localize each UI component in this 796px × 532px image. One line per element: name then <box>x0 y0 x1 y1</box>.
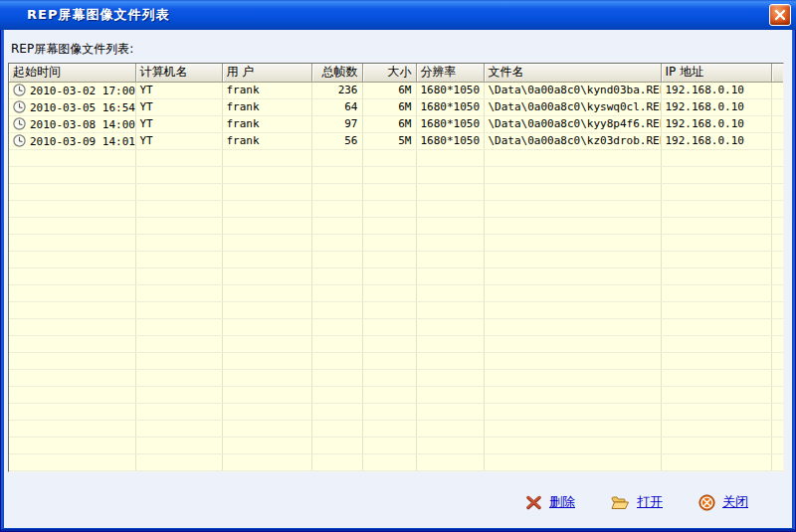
titlebar[interactable]: REP屏幕图像文件列表 <box>0 0 796 30</box>
empty-row <box>9 335 784 352</box>
empty-row <box>9 369 784 386</box>
empty-row <box>9 301 784 318</box>
empty-row <box>9 352 784 369</box>
close-circle-icon <box>698 494 715 511</box>
cell-frame-count: 64 <box>311 98 362 115</box>
cell-computer-name: YT <box>135 82 222 98</box>
cell-user: frank <box>222 132 311 149</box>
empty-row <box>9 267 784 284</box>
empty-row <box>9 470 784 472</box>
cell-spacer <box>771 115 784 132</box>
cell-resolution: 1680*1050 <box>416 98 484 115</box>
window-close-button[interactable] <box>769 4 791 26</box>
empty-row <box>9 386 784 403</box>
empty-row <box>9 318 784 335</box>
table-body: 2010-03-02 17:00YTfrank2366M1680*1050\Da… <box>9 82 784 472</box>
cell-size: 6M <box>362 98 416 115</box>
empty-row <box>9 437 784 453</box>
empty-row <box>9 183 784 200</box>
table-row[interactable]: 2010-03-05 16:54YTfrank646M1680*1050\Dat… <box>9 98 784 115</box>
column-header-6[interactable]: 文件名 <box>484 64 661 82</box>
empty-row <box>9 251 784 267</box>
cell-spacer <box>771 98 784 115</box>
table-row[interactable]: 2010-03-08 14:00YTfrank976M1680*1050\Dat… <box>9 115 784 132</box>
table-row[interactable]: 2010-03-02 17:00YTfrank2366M1680*1050\Da… <box>9 82 784 98</box>
delete-button-label: 删除 <box>549 493 575 511</box>
delete-x-icon <box>525 495 542 510</box>
column-header-2[interactable]: 用 户 <box>222 64 311 82</box>
cell-computer-name: YT <box>135 98 222 115</box>
empty-row <box>9 166 784 183</box>
cell-filename: \Data\0a00a8c0\kynd03ba.REP <box>484 82 661 98</box>
clock-icon <box>13 117 26 130</box>
cell-filename: \Data\0a00a8c0\kz03drob.REP <box>484 132 661 149</box>
delete-button[interactable]: 删除 <box>525 493 575 511</box>
dialog-body: REP屏幕图像文件列表: 起始时间计算机名用 户总帧数大小分辨率文件名IP 地址… <box>4 30 792 528</box>
empty-row <box>9 217 784 234</box>
cell-start-time: 2010-03-09 14:01 <box>9 132 135 149</box>
cell-filename: \Data\0a00a8c0\kyswq0cl.REP <box>484 98 661 115</box>
empty-row <box>9 234 784 251</box>
clock-icon <box>13 134 26 147</box>
column-header-8[interactable] <box>771 64 784 82</box>
table-header: 起始时间计算机名用 户总帧数大小分辨率文件名IP 地址 <box>9 64 784 82</box>
cell-computer-name: YT <box>135 115 222 132</box>
cell-start-time: 2010-03-08 14:00 <box>9 115 135 132</box>
cell-spacer <box>771 132 784 149</box>
cell-user: frank <box>222 82 311 98</box>
column-header-0[interactable]: 起始时间 <box>9 64 135 82</box>
close-icon <box>774 9 786 21</box>
column-header-1[interactable]: 计算机名 <box>135 64 222 82</box>
cell-size: 6M <box>362 115 416 132</box>
open-button-label: 打开 <box>637 493 663 511</box>
empty-row <box>9 420 784 437</box>
cell-frame-count: 56 <box>311 132 362 149</box>
cell-ip-address: 192.168.0.10 <box>661 132 771 149</box>
dialog-window: REP屏幕图像文件列表 REP屏幕图像文件列表: 起始时间计算机名用 户总帧数大… <box>0 0 796 532</box>
cell-computer-name: YT <box>135 132 222 149</box>
cell-filename: \Data\0a00a8c0\kyy8p4f6.REP <box>484 115 661 132</box>
cell-size: 5M <box>362 132 416 149</box>
clock-icon <box>13 100 26 113</box>
empty-row <box>9 403 784 420</box>
cell-start-time: 2010-03-05 16:54 <box>9 98 135 115</box>
open-button[interactable]: 打开 <box>611 493 663 511</box>
column-header-5[interactable]: 分辨率 <box>416 64 484 82</box>
cell-user: frank <box>222 98 311 115</box>
close-button[interactable]: 关闭 <box>698 493 748 511</box>
cell-user: frank <box>222 115 311 132</box>
window-title: REP屏幕图像文件列表 <box>0 6 169 24</box>
column-header-4[interactable]: 大小 <box>362 64 416 82</box>
empty-row <box>9 284 784 301</box>
column-header-7[interactable]: IP 地址 <box>661 64 771 82</box>
cell-resolution: 1680*1050 <box>416 132 484 149</box>
close-button-label: 关闭 <box>722 493 748 511</box>
cell-resolution: 1680*1050 <box>416 82 484 98</box>
clock-icon <box>13 84 26 96</box>
file-list-table: 起始时间计算机名用 户总帧数大小分辨率文件名IP 地址 2010-03-02 1… <box>8 63 784 472</box>
empty-row <box>9 200 784 217</box>
column-header-3[interactable]: 总帧数 <box>311 64 362 82</box>
cell-ip-address: 192.168.0.10 <box>661 115 771 132</box>
button-bar: 删除 打开 关闭 <box>525 493 748 511</box>
open-folder-icon <box>611 495 630 510</box>
cell-frame-count: 236 <box>311 82 362 98</box>
cell-size: 6M <box>362 82 416 98</box>
cell-ip-address: 192.168.0.10 <box>661 82 771 98</box>
empty-row <box>9 149 784 166</box>
cell-resolution: 1680*1050 <box>416 115 484 132</box>
cell-start-time: 2010-03-02 17:00 <box>9 82 135 98</box>
empty-row <box>9 453 784 470</box>
cell-ip-address: 192.168.0.10 <box>661 98 771 115</box>
cell-frame-count: 97 <box>311 115 362 132</box>
cell-spacer <box>771 82 784 98</box>
list-label: REP屏幕图像文件列表: <box>11 41 133 58</box>
table-row[interactable]: 2010-03-09 14:01YTfrank565M1680*1050\Dat… <box>9 132 784 149</box>
